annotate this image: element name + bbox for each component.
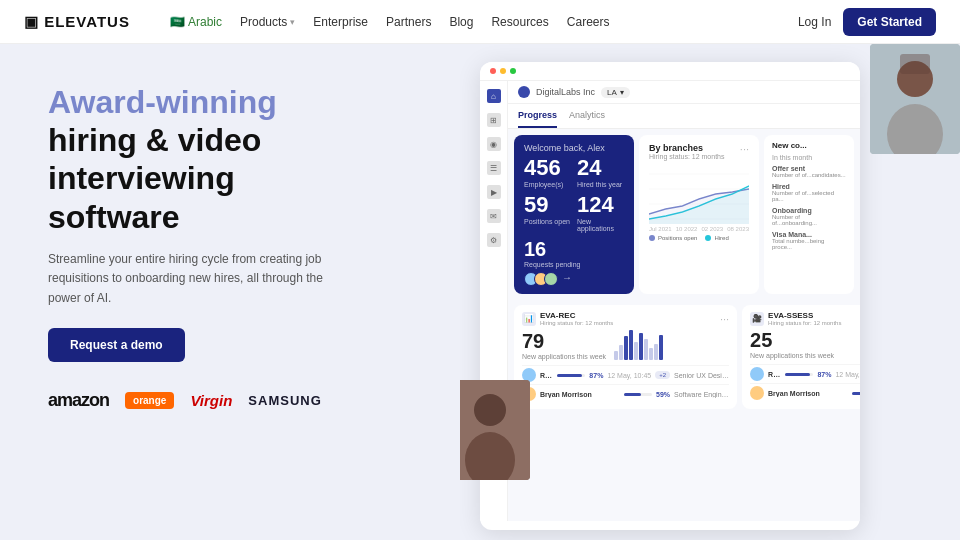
eva-ssess-card: 🎥 EVA-SSESS Hiring status for: 12 months…: [742, 305, 860, 409]
svg-rect-3: [900, 54, 930, 74]
nav-arabic[interactable]: 🇸🇦 Arabic: [170, 15, 222, 29]
sidebar-icon-grid[interactable]: ⊞: [487, 113, 501, 127]
window-header: [480, 62, 860, 81]
nav-enterprise[interactable]: Enterprise: [313, 15, 368, 29]
nav-partners[interactable]: Partners: [386, 15, 431, 29]
close-dot: [490, 68, 496, 74]
nav-blog[interactable]: Blog: [449, 15, 473, 29]
welcome-card: Welcome back, Alex 456 Employee(s) 24 Hi…: [514, 135, 634, 294]
hero-section: Award-winning hiring & video interviewin…: [0, 44, 460, 540]
tab-progress[interactable]: Progress: [518, 104, 557, 128]
candidate-avatar: [750, 386, 764, 400]
eva-rec-chart: [614, 330, 663, 360]
location-tag[interactable]: LA ▾: [601, 87, 630, 98]
sidebar-icon-settings[interactable]: ⚙: [487, 233, 501, 247]
more-options-icon[interactable]: ···: [740, 143, 749, 155]
new-column-card: New co... In this month Offer sent Numbe…: [764, 135, 854, 294]
maximize-dot: [510, 68, 516, 74]
hero-subtitle: Streamline your entire hiring cycle from…: [48, 250, 348, 308]
nav-products[interactable]: Products ▾: [240, 15, 295, 29]
chart-legend: Positions open Hired: [649, 235, 749, 241]
navbar: ▣ ELEVATUS 🇸🇦 Arabic Products ▾ Enterpri…: [0, 0, 960, 44]
tab-analytics[interactable]: Analytics: [569, 104, 605, 128]
dashboard-preview: ⌂ ⊞ ◉ ☰ ▶ ✉ ⚙ DigitalLabs Inc LA: [460, 44, 960, 540]
login-link[interactable]: Log In: [798, 15, 831, 29]
eva-rec-icon: 📊: [522, 312, 536, 326]
nav-careers[interactable]: Careers: [567, 15, 610, 29]
logo: ▣ ELEVATUS: [24, 13, 130, 31]
company-logo-mini: [518, 86, 530, 98]
dashboard-tabs: Progress Analytics: [508, 104, 860, 129]
arrow-icon: →: [562, 272, 572, 286]
hero-title: Award-winning hiring & video interviewin…: [48, 84, 436, 236]
dashboard-main: DigitalLabs Inc LA ▾ Progress Analytics: [508, 81, 860, 521]
dashboard-topbar: DigitalLabs Inc LA ▾: [508, 81, 860, 104]
avatar-3: [544, 272, 558, 286]
minimize-dot: [500, 68, 506, 74]
amazon-logo: amazon: [48, 390, 109, 411]
eva-ssess-candidates: Rick Burton 87% 12 May, 10:45 +2 Bryan M…: [750, 364, 860, 402]
person-photo-bottom: [460, 380, 530, 480]
branches-card: By branches Hiring status: 12 months ···: [639, 135, 759, 294]
svg-point-5: [474, 394, 506, 426]
dashboard-card: ⌂ ⊞ ◉ ☰ ▶ ✉ ⚙ DigitalLabs Inc LA: [480, 62, 860, 530]
flag-icon: 🇸🇦: [170, 15, 185, 29]
chart-x-labels: Jul 2021 10 2022 02 2023 08 2023: [649, 226, 749, 232]
get-started-button[interactable]: Get Started: [843, 8, 936, 36]
samsung-logo: SAMSUNG: [248, 393, 321, 408]
candidate-row: Rick Burton 87% 12 May, 10:45 +2 Senior …: [522, 365, 729, 384]
eva-ssess-icon: 🎥: [750, 312, 764, 326]
person-photo-top: [870, 44, 960, 154]
candidate-row: Rick Burton 87% 12 May, 10:45 +2: [750, 364, 860, 383]
nav-resources[interactable]: Resources: [491, 15, 548, 29]
chevron-down-icon: ▾: [290, 17, 295, 27]
sidebar-icon-msg[interactable]: ✉: [487, 209, 501, 223]
candidate-avatar: [750, 367, 764, 381]
brand-logos: amazon orange Virgin SAMSUNG: [48, 390, 436, 411]
eva-rec-candidates: Rick Burton 87% 12 May, 10:45 +2 Senior …: [522, 365, 729, 403]
branches-chart: [649, 164, 749, 224]
sidebar-icon-chat[interactable]: ☰: [487, 161, 501, 175]
eva-rec-more-icon[interactable]: ···: [720, 313, 729, 325]
eva-row: 📊 EVA-REC Hiring status for: 12 months ·…: [508, 305, 860, 415]
sidebar-icon-video[interactable]: ▶: [487, 185, 501, 199]
stats-grid: Welcome back, Alex 456 Employee(s) 24 Hi…: [508, 129, 860, 305]
chevron-icon: ▾: [620, 88, 624, 97]
request-demo-button[interactable]: Request a demo: [48, 328, 185, 362]
candidate-row: Bryan Morrison 59% Software Enginee...: [522, 384, 729, 403]
sidebar-icon-home[interactable]: ⌂: [487, 89, 501, 103]
virgin-logo: Virgin: [190, 392, 232, 409]
orange-logo: orange: [125, 392, 174, 409]
sidebar-icon-chart[interactable]: ◉: [487, 137, 501, 151]
candidate-row: Bryan Morrison 59%: [750, 383, 860, 402]
eva-rec-card: 📊 EVA-REC Hiring status for: 12 months ·…: [514, 305, 737, 409]
company-name: DigitalLabs Inc: [536, 87, 595, 97]
